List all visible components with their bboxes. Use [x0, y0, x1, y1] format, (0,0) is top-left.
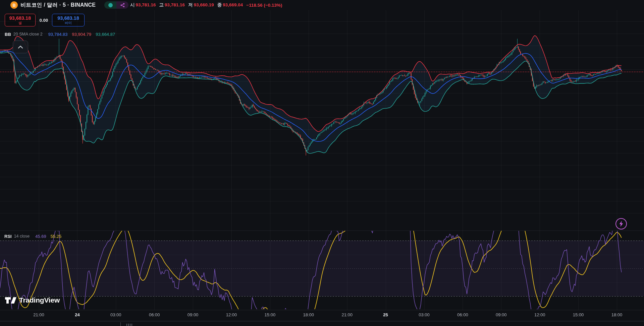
- rsi-indicator-legend[interactable]: RSI 14 close 45.69 55.25: [4, 233, 61, 239]
- change-badge: −118.56 (−0.13%): [246, 3, 282, 8]
- market-open-dot-icon: [108, 3, 113, 7]
- rsi-value: 45.69: [35, 234, 46, 239]
- time-label: 18:00: [611, 311, 623, 319]
- share-nodes-icon: [116, 1, 128, 9]
- tradingview-mark-icon: [5, 297, 16, 304]
- rsi-title: RSI: [4, 234, 12, 239]
- time-label: 03:00: [419, 311, 430, 319]
- chart-canvas[interactable]: [0, 0, 644, 326]
- instant-order-button[interactable]: [615, 218, 627, 230]
- cropped-panel-edge: [120, 322, 121, 326]
- collapse-legend-button[interactable]: [13, 41, 28, 53]
- time-label: 21:00: [341, 311, 353, 319]
- lightning-bolt-icon: [619, 221, 624, 227]
- rsi-params: 14 close: [14, 234, 30, 239]
- bitcoin-icon: B: [10, 1, 18, 9]
- ohlc-stats: 시93,781.16 고93,781.16 저93,660.19 종93,669…: [130, 0, 282, 10]
- time-label: 06:00: [149, 311, 160, 319]
- trade-panel: 93,683.18 셀 0.00 93,683.18 바이: [5, 14, 85, 26]
- time-axis[interactable]: 21:002403:0006:0009:0012:0015:0018:0021:…: [0, 311, 644, 320]
- time-label: 15:00: [573, 311, 584, 319]
- symbol-title[interactable]: 비트코인 / 달러 · 5 · BINANCE: [20, 0, 96, 10]
- bb-indicator-legend[interactable]: BB 20 SMA close 2 93,784.83 93,904.79 93…: [5, 31, 115, 37]
- symbol-header: B 비트코인 / 달러 · 5 · BINANCE 시93,781.16 고93…: [0, 0, 644, 10]
- time-label: 12:00: [226, 311, 237, 319]
- buy-price: 93,683.18: [57, 15, 79, 21]
- cropped-ui-artifact: [126, 324, 132, 326]
- time-label: 03:00: [110, 311, 121, 319]
- sell-label: 셀: [18, 21, 22, 25]
- tradingview-chart-window: B 비트코인 / 달러 · 5 · BINANCE 시93,781.16 고93…: [0, 0, 644, 326]
- time-label: 06:00: [457, 311, 468, 319]
- tradingview-logo-text: TradingView: [19, 296, 60, 304]
- bb-params: 20 SMA close 2: [13, 32, 43, 37]
- date-label: 25: [383, 311, 388, 319]
- time-label: 15:00: [265, 311, 276, 319]
- rsi-ma-value: 55.25: [51, 234, 62, 239]
- bb-title: BB: [5, 32, 11, 37]
- tradingview-logo[interactable]: TradingView: [5, 296, 60, 304]
- stat-low: 저93,660.19: [188, 2, 214, 8]
- chevron-up-icon: [17, 45, 23, 49]
- bb-lower-value: 93,664.87: [96, 32, 115, 37]
- time-label: 18:00: [303, 311, 314, 319]
- time-label: 09:00: [187, 311, 199, 319]
- spread-value: 0.00: [36, 18, 52, 23]
- buy-label: 바이: [65, 21, 72, 25]
- sell-price: 93,683.18: [9, 15, 31, 21]
- sell-button[interactable]: 93,683.18 셀: [5, 14, 36, 26]
- bb-basis-value: 93,784.83: [48, 32, 68, 37]
- stat-high: 고93,781.16: [159, 2, 185, 8]
- stat-close: 종93,669.04: [217, 2, 243, 8]
- time-label: 21:00: [33, 311, 44, 319]
- time-label: 09:00: [496, 311, 507, 319]
- axis-bottom-border: [0, 321, 644, 321]
- market-status-pill[interactable]: [104, 1, 128, 9]
- stat-open: 시93,781.16: [130, 2, 156, 8]
- bb-upper-value: 93,904.79: [72, 32, 91, 37]
- date-label: 24: [75, 311, 79, 319]
- time-label: 12:00: [534, 311, 545, 319]
- buy-button[interactable]: 93,683.18 바이: [52, 14, 85, 26]
